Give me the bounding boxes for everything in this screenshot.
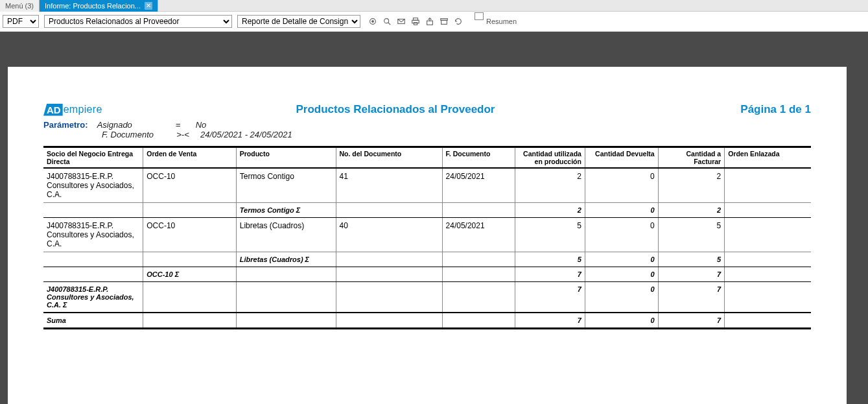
- sum-cu: 2: [515, 203, 585, 218]
- param2-op: >-<: [174, 130, 191, 139]
- tab-bar: Menú (3) Informe: Productos Relacion... …: [0, 0, 868, 12]
- cell-cu: 5: [515, 218, 585, 252]
- search-icon[interactable]: [382, 17, 392, 26]
- param2-name: F. Documento: [102, 130, 165, 139]
- cell-bp: J400788315-E.R.P. Consultores y Asociado…: [43, 168, 143, 203]
- checkbox-icon[interactable]: [475, 12, 484, 20]
- param1-op: =: [170, 120, 187, 130]
- param1-name: Asignado: [97, 120, 161, 130]
- cell-bp: J400788315-E.R.P. Consultores y Asociado…: [43, 218, 143, 252]
- svg-rect-8: [427, 21, 433, 25]
- th-doc: No. del Documento: [336, 147, 442, 169]
- mail-icon[interactable]: [397, 17, 406, 26]
- table-row: J400788315-E.R.P. Consultores y Asociado…: [43, 218, 811, 252]
- sum-cf: 2: [658, 203, 725, 218]
- svg-rect-11: [441, 20, 447, 24]
- subtotal-product: Libretas (Cuadros) Σ 5 0 5: [43, 252, 811, 267]
- svg-point-2: [384, 19, 389, 23]
- cell-ov: OCC-10: [143, 168, 237, 203]
- cell-oe: [725, 168, 811, 203]
- svg-line-3: [388, 23, 391, 25]
- param2-val: 24/05/2021 - 24/05/2021: [200, 130, 292, 139]
- sum-cf: 7: [658, 282, 725, 313]
- sum-label: Libretas (Cuadros) Σ: [236, 252, 336, 267]
- sum-label: Termos Contigo Σ: [236, 203, 336, 218]
- sum-cf: 7: [658, 267, 725, 282]
- cell-cu: 2: [515, 168, 585, 203]
- cell-doc: 41: [336, 168, 442, 203]
- sum-label: J400788315-E.R.P. Consultores y Asociado…: [43, 282, 143, 313]
- subtotal-bp: J400788315-E.R.P. Consultores y Asociado…: [43, 282, 811, 313]
- sum-cd: 0: [585, 267, 658, 282]
- cell-pr: Termos Contigo: [236, 168, 336, 203]
- report-select[interactable]: Productos Relacionados al Proveedor: [44, 15, 232, 28]
- sum-cu: 5: [515, 252, 585, 267]
- cell-ov: OCC-10: [143, 218, 237, 252]
- grand-total: Suma 7 0 7: [43, 313, 811, 329]
- report-title: Productos Relacionados al Proveedor: [51, 103, 741, 116]
- refresh-icon[interactable]: [454, 17, 463, 26]
- format-select[interactable]: PDF: [3, 15, 39, 28]
- svg-point-1: [372, 21, 374, 23]
- sum-label: OCC-10 Σ: [143, 267, 237, 282]
- report-parameters: Parámetro: Asignado = No F. Documento >-…: [8, 116, 847, 146]
- param1-val: No: [196, 120, 207, 130]
- param-label: Parámetro:: [43, 120, 88, 130]
- sum-cu: 7: [515, 282, 585, 313]
- cell-cd: 0: [585, 168, 658, 203]
- tab-report-active[interactable]: Informe: Productos Relacion... ✕: [40, 0, 158, 12]
- cell-fd: 24/05/2021: [442, 168, 515, 203]
- sum-cd: 0: [585, 252, 658, 267]
- th-pr: Producto: [236, 147, 336, 169]
- report-viewer[interactable]: AD empiere Productos Relacionados al Pro…: [0, 32, 868, 404]
- sum-cu: 7: [515, 267, 585, 282]
- export-icon[interactable]: [425, 17, 434, 26]
- summary-toggle[interactable]: Resumen: [475, 18, 517, 25]
- report-page: AD empiere Productos Relacionados al Pro…: [8, 67, 847, 404]
- toolbar: PDF Productos Relacionados al Proveedor …: [0, 12, 868, 32]
- sum-cf: 7: [658, 313, 725, 329]
- th-cd: Cantidad Devuelta: [585, 147, 658, 169]
- subtotal-order: OCC-10 Σ 7 0 7: [43, 267, 811, 282]
- sum-cd: 0: [585, 313, 658, 329]
- cell-oe: [725, 218, 811, 252]
- tab-report-label: Informe: Productos Relacion...: [45, 1, 141, 11]
- report-table: Socio del Negocio Entrega Directa Orden …: [43, 146, 811, 329]
- cell-cf: 5: [658, 218, 725, 252]
- table-row: J400788315-E.R.P. Consultores y Asociado…: [43, 168, 811, 203]
- print-icon[interactable]: [411, 17, 420, 26]
- close-icon[interactable]: ✕: [145, 2, 152, 10]
- th-oe: Orden Enlazada: [725, 147, 811, 169]
- cell-cf: 2: [658, 168, 725, 203]
- th-fd: F. Documento: [442, 147, 515, 169]
- cell-pr: Libretas (Cuadros): [236, 218, 336, 252]
- th-cu: Cantidad utilizada en producción: [515, 147, 585, 169]
- page-indicator: Página 1 de 1: [740, 103, 811, 116]
- detail-select[interactable]: Reporte de Detalle de Consignación: [237, 15, 360, 28]
- th-cf: Cantidad a Facturar: [658, 147, 725, 169]
- logo-mark: AD: [43, 104, 63, 116]
- summary-label: Resumen: [486, 18, 517, 25]
- toolbar-icons: [368, 17, 463, 26]
- sum-label: Suma: [43, 313, 143, 329]
- tab-menu[interactable]: Menú (3): [0, 0, 40, 12]
- archive-icon[interactable]: [440, 17, 449, 26]
- th-bp: Socio del Negocio Entrega Directa: [43, 147, 143, 169]
- target-icon[interactable]: [368, 17, 377, 26]
- sum-cd: 0: [585, 282, 658, 313]
- sum-cf: 5: [658, 252, 725, 267]
- cell-doc: 40: [336, 218, 442, 252]
- cell-cd: 0: [585, 218, 658, 252]
- subtotal-product: Termos Contigo Σ 2 0 2: [43, 203, 811, 218]
- table-header-row: Socio del Negocio Entrega Directa Orden …: [43, 147, 811, 169]
- sum-cu: 7: [515, 313, 585, 329]
- cell-fd: 24/05/2021: [442, 218, 515, 252]
- svg-rect-7: [414, 23, 417, 25]
- sum-cd: 0: [585, 203, 658, 218]
- th-ov: Orden de Venta: [143, 147, 237, 169]
